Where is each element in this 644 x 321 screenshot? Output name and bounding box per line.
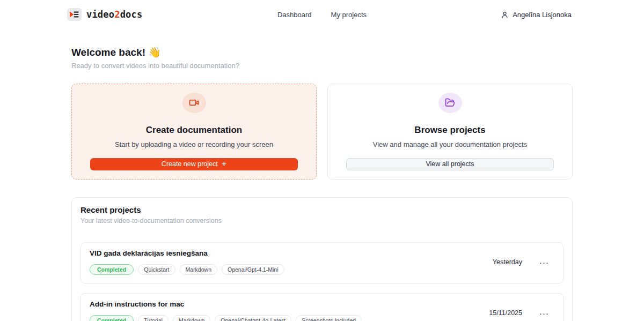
project-info: VID gada deklarācijas iesniegšana Comple…	[90, 249, 284, 275]
plus-icon: +	[222, 160, 226, 168]
tag-pill: Markdown	[173, 315, 210, 321]
project-title: Add-in instructions for mac	[90, 300, 362, 308]
welcome-section: Welcome back! 👋 Ready to convert videos …	[71, 46, 573, 70]
project-menu-button[interactable]: ···	[538, 256, 550, 268]
main-content: Welcome back! 👋 Ready to convert videos …	[71, 46, 573, 321]
status-badge: Completed	[90, 315, 134, 321]
project-meta: Yesterday ···	[493, 256, 554, 268]
browse-card-title: Browse projects	[414, 125, 485, 136]
main-nav: Dashboard My projects	[277, 11, 367, 19]
app-title: video2docs	[86, 9, 142, 20]
project-row[interactable]: Add-in instructions for mac Completed Tu…	[80, 293, 564, 321]
page-subtitle: Ready to convert videos into beautiful d…	[71, 62, 573, 70]
project-row[interactable]: VID gada deklarācijas iesniegšana Comple…	[80, 242, 564, 283]
app-logo[interactable]: video2docs	[67, 8, 142, 21]
tag-pill: Openai/Chatgpt-4o-Latest	[215, 315, 291, 321]
project-date: Yesterday	[493, 258, 522, 266]
create-button-label: Create new project	[162, 160, 218, 168]
video-icon-circle	[182, 93, 206, 113]
view-all-projects-button[interactable]: View all projects	[346, 158, 554, 170]
user-icon	[501, 11, 509, 19]
recent-projects-title: Recent projects	[80, 205, 564, 214]
nav-item-my-projects[interactable]: My projects	[331, 11, 367, 19]
page-title: Welcome back! 👋	[71, 46, 573, 58]
project-menu-button[interactable]: ···	[538, 307, 550, 319]
status-badge: Completed	[90, 264, 134, 275]
tag-pill: Openai/Gpt-4.1-Mini	[222, 264, 284, 275]
project-title: VID gada deklarācijas iesniegšana	[90, 249, 284, 257]
folder-icon-circle	[438, 93, 462, 113]
user-menu[interactable]: Angelīna Lisjonoka	[501, 11, 572, 19]
waving-hand-emoji: 👋	[148, 47, 161, 58]
tag-pill: Tutorial	[138, 315, 169, 321]
action-cards: Create documentation Start by uploading …	[71, 84, 573, 180]
video-camera-icon	[189, 98, 199, 108]
nav-item-dashboard[interactable]: Dashboard	[277, 11, 312, 19]
project-info: Add-in instructions for mac Completed Tu…	[90, 300, 362, 321]
create-card-title: Create documentation	[146, 125, 242, 136]
browse-card-description: View and manage all your documentation p…	[373, 140, 527, 148]
browse-projects-card: Browse projects View and manage all your…	[327, 84, 573, 180]
tag-pill: Quickstart	[138, 264, 175, 275]
project-list: VID gada deklarācijas iesniegšana Comple…	[80, 242, 564, 321]
create-documentation-card[interactable]: Create documentation Start by uploading …	[71, 84, 317, 180]
folder-open-icon	[445, 98, 455, 108]
tag-pill: Markdown	[180, 264, 217, 275]
app-header: video2docs Dashboard My projects Angelīn…	[0, 0, 644, 29]
recent-projects-section: Recent projects Your latest video-to-doc…	[71, 197, 573, 321]
recent-projects-subtitle: Your latest video-to-documentation conve…	[80, 217, 564, 225]
tag-list: Completed TutorialMarkdownOpenai/Chatgpt…	[90, 315, 362, 321]
video2docs-logo-icon	[67, 8, 82, 21]
project-meta: 15/11/2025 ···	[489, 307, 554, 319]
tag-pill: Screenshots Included	[296, 315, 362, 321]
project-date: 15/11/2025	[489, 309, 522, 317]
user-name: Angelīna Lisjonoka	[513, 11, 572, 19]
create-card-description: Start by uploading a video or recording …	[115, 140, 273, 148]
tag-list: Completed QuickstartMarkdownOpenai/Gpt-4…	[90, 264, 284, 275]
create-new-project-button[interactable]: Create new project +	[90, 158, 298, 170]
